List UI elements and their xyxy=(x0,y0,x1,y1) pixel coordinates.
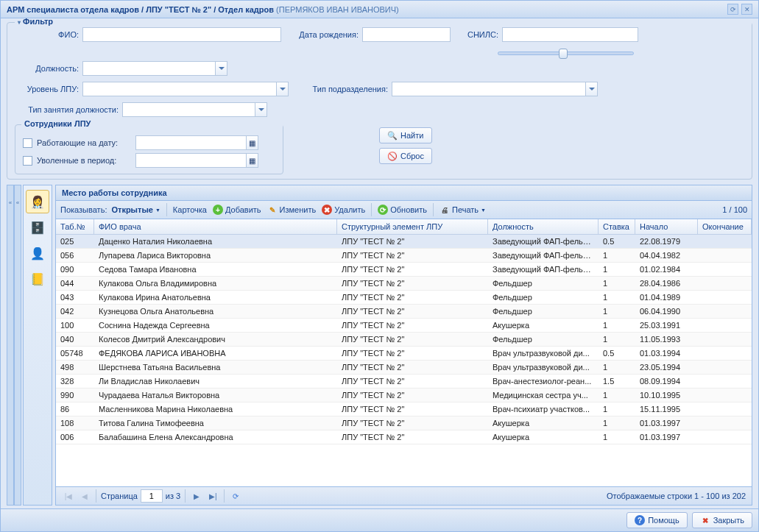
page-input[interactable] xyxy=(141,489,163,503)
expand-handle[interactable]: « xyxy=(14,185,21,506)
table-row[interactable]: 043Кулакова Ирина АнатольевнаЛПУ "ТЕСТ №… xyxy=(56,291,752,305)
table-row[interactable]: 990Чурадаева Наталья ВикторовнаЛПУ "ТЕСТ… xyxy=(56,389,752,402)
cell: 1 xyxy=(599,361,635,374)
fired-in-period-checkbox[interactable] xyxy=(23,156,32,166)
cell: Медицинская сестра уч... xyxy=(488,389,599,402)
cell: 1 xyxy=(599,416,635,430)
table-row[interactable]: 025Даценко Наталия НиколаевнаЛПУ "ТЕСТ №… xyxy=(56,235,752,249)
calendar-icon[interactable]: ▦ xyxy=(246,153,258,168)
grid-toolbar: Показывать: Открытые▼ Карточка +Добавить… xyxy=(56,201,752,219)
col-position[interactable]: Должность xyxy=(488,219,599,234)
cell xyxy=(698,416,752,430)
fired-in-period-input[interactable]: ▦ xyxy=(135,153,258,168)
cell: Заведующий ФАП-фельд... xyxy=(488,235,599,248)
col-tab[interactable]: Таб.№ xyxy=(56,219,94,234)
cell: 1 xyxy=(599,319,635,332)
table-row[interactable]: 100Соснина Надежда СергеевнаЛПУ "ТЕСТ № … xyxy=(56,319,752,333)
col-start[interactable]: Начало xyxy=(635,219,698,234)
division-type-combo[interactable] xyxy=(392,82,598,96)
col-lpu[interactable]: Структурный элемент ЛПУ xyxy=(337,219,488,234)
table-row[interactable]: 86Масленникова Марина НиколаевнаЛПУ "ТЕС… xyxy=(56,402,752,416)
first-page-button[interactable]: |◀ xyxy=(62,489,75,503)
table-row[interactable]: 042Кузнецова Ольга АнатольевнаЛПУ "ТЕСТ … xyxy=(56,305,752,319)
table-row[interactable]: 006Балабашина Елена АлександровнаЛПУ "ТЕ… xyxy=(56,430,752,444)
working-on-date-checkbox[interactable] xyxy=(23,138,32,148)
footer: ?Помощь ✖Закрыть xyxy=(1,508,758,531)
card-button[interactable]: Карточка xyxy=(172,204,208,216)
pager: |◀ ◀ Страница из 3 ▶ ▶| ⟳ Отображаемые с… xyxy=(56,486,752,505)
chevron-down-icon[interactable] xyxy=(585,82,598,96)
lpu-level-combo[interactable] xyxy=(82,82,289,96)
cell xyxy=(698,430,752,444)
collapse-handle[interactable]: « xyxy=(7,185,14,506)
lpu-staff-fieldset: Сотрудники ЛПУ Работающие на дату: ▦ Уво… xyxy=(15,124,283,174)
chevron-down-icon[interactable] xyxy=(255,102,267,117)
cell: ЛПУ "ТЕСТ № 2" xyxy=(337,305,488,318)
cell: 042 xyxy=(56,305,94,318)
find-button[interactable]: 🔍Найти xyxy=(379,127,432,143)
birthdate-input[interactable] xyxy=(362,27,451,42)
employment-type-combo[interactable] xyxy=(122,102,267,117)
cell: 01.03.1997 xyxy=(635,416,698,430)
employment-type-label: Тип занятия должности: xyxy=(15,105,122,114)
show-value-dropdown[interactable]: Открытые▼ xyxy=(110,204,161,216)
cell: Кулакова Ирина Анатольевна xyxy=(94,291,337,304)
table-row[interactable]: 040Колесов Дмитрий АлександровичЛПУ "ТЕС… xyxy=(56,333,752,347)
refresh-window-icon[interactable]: ⟳ xyxy=(727,4,738,15)
table-row[interactable]: 108Титова Галина ТимофеевнаЛПУ "ТЕСТ № 2… xyxy=(56,416,752,430)
calendar-icon[interactable]: ▦ xyxy=(246,135,258,150)
close-button[interactable]: ✖Закрыть xyxy=(692,512,752,528)
chevron-down-icon[interactable] xyxy=(276,82,289,96)
cell xyxy=(698,319,752,332)
last-page-button[interactable]: ▶| xyxy=(206,489,219,503)
table-row[interactable]: 056Лупарева Лариса ВикторовнаЛПУ "ТЕСТ №… xyxy=(56,249,752,263)
cell: 040 xyxy=(56,333,94,346)
position-combo[interactable] xyxy=(82,61,227,76)
delete-button[interactable]: ✖Удалить xyxy=(320,203,367,216)
next-page-button[interactable]: ▶ xyxy=(190,489,203,503)
chevron-down-icon[interactable] xyxy=(215,61,227,76)
reload-button[interactable]: ⟳ xyxy=(229,489,242,503)
snils-label: СНИЛС: xyxy=(451,30,502,39)
filter-legend[interactable]: Фильтр xyxy=(15,18,752,26)
snils-input[interactable] xyxy=(502,27,638,42)
refresh-button[interactable]: ⟳Обновить xyxy=(376,203,428,216)
snils-slider[interactable] xyxy=(498,48,634,58)
cell: ЛПУ "ТЕСТ № 2" xyxy=(337,347,488,360)
cell: Ли Владислав Николаевич xyxy=(94,375,337,388)
add-button[interactable]: +Добавить xyxy=(211,203,263,216)
fio-input[interactable] xyxy=(82,27,281,42)
col-name[interactable]: ФИО врача xyxy=(94,219,337,234)
cell: 10.10.1995 xyxy=(635,389,698,402)
working-on-date-input[interactable]: ▦ xyxy=(135,135,258,150)
prev-page-button[interactable]: ◀ xyxy=(78,489,91,503)
edit-button[interactable]: ✎Изменить xyxy=(266,203,318,216)
help-button[interactable]: ?Помощь xyxy=(626,512,688,528)
table-row[interactable]: 05748ФЕДЯКОВА ЛАРИСА ИВАНОВНАЛПУ "ТЕСТ №… xyxy=(56,347,752,361)
cell: Титова Галина Тимофеевна xyxy=(94,416,337,430)
table-row[interactable]: 328Ли Владислав НиколаевичЛПУ "ТЕСТ № 2"… xyxy=(56,375,752,389)
cell: Фельдшер xyxy=(488,277,599,290)
slider-thumb[interactable] xyxy=(559,49,568,59)
cell: 0.5 xyxy=(599,347,635,360)
reset-button[interactable]: 🚫Сброс xyxy=(379,148,432,164)
col-end[interactable]: Окончание xyxy=(698,219,752,234)
notebook-icon[interactable]: 📒 xyxy=(26,267,49,291)
cell: 15.11.1995 xyxy=(635,402,698,416)
table-row[interactable]: 044Кулакова Ольга ВладимировнаЛПУ "ТЕСТ … xyxy=(56,277,752,291)
person-icon[interactable]: 👩‍⚕️ xyxy=(26,190,49,213)
person-search-icon[interactable]: 👤 xyxy=(26,241,49,265)
database-icon[interactable]: 🗄️ xyxy=(26,216,49,239)
table-row[interactable]: 498Шерстнева Татьяна ВасильевнаЛПУ "ТЕСТ… xyxy=(56,361,752,375)
cell: Врач ультразвуковой ди... xyxy=(488,347,599,360)
grid-body[interactable]: 025Даценко Наталия НиколаевнаЛПУ "ТЕСТ №… xyxy=(56,235,752,486)
col-rate[interactable]: Ставка xyxy=(599,219,635,234)
left-toolbar: 👩‍⚕️ 🗄️ 👤 📒 xyxy=(23,185,52,506)
division-type-label: Тип подразделения: xyxy=(289,85,392,93)
cell xyxy=(698,291,752,304)
print-button[interactable]: 🖨Печать▼ xyxy=(438,203,487,216)
table-row[interactable]: 090Седова Тамара ИвановнаЛПУ "ТЕСТ № 2"З… xyxy=(56,263,752,277)
close-window-icon[interactable]: ✕ xyxy=(741,4,752,15)
cell: 28.04.1986 xyxy=(635,277,698,290)
cell xyxy=(698,389,752,402)
